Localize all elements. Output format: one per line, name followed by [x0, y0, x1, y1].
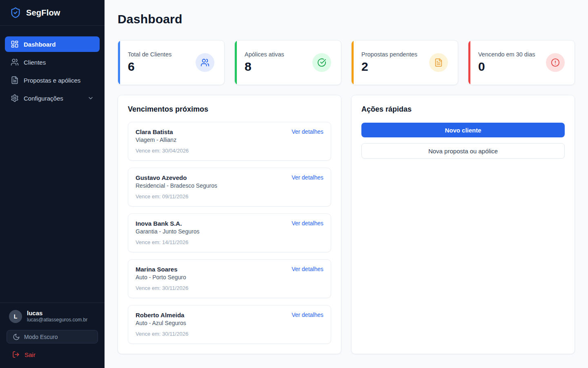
users-icon — [196, 53, 214, 72]
app-logo: SegFlow — [0, 0, 105, 26]
policy-info: Auto - Porto Seguro — [136, 274, 323, 280]
chevron-down-icon — [87, 95, 94, 101]
sidebar-item-clientes[interactable]: Clientes — [5, 54, 100, 70]
stat-card-vencendo-30-dias: Vencendo em 30 dias 0 — [468, 40, 575, 85]
logout-button[interactable]: Sair — [7, 349, 41, 360]
view-details-link[interactable]: Ver detalhes — [292, 174, 323, 181]
sidebar-item-dashboard[interactable]: Dashboard — [5, 36, 100, 52]
view-details-link[interactable]: Ver detalhes — [292, 128, 323, 135]
alert-circle-icon — [546, 53, 565, 72]
sidebar-item-configuracoes[interactable]: Configurações — [5, 90, 100, 106]
upcoming-deadlines-panel: Vencimentos próximos Clara Batista Ver d… — [118, 95, 341, 354]
user-section: L lucas lucas@atlasseguros.com.br Modo E… — [0, 303, 105, 368]
main-content: Dashboard Total de Clientes 6 Apólices a… — [105, 0, 588, 368]
client-name: Inova Bank S.A. — [136, 220, 182, 227]
sidebar-item-label: Propostas e apólices — [24, 77, 94, 84]
due-date: Vence em: 30/04/2026 — [136, 148, 323, 154]
content-columns: Vencimentos próximos Clara Batista Ver d… — [118, 95, 575, 354]
sidebar-item-label: Clientes — [24, 59, 94, 66]
new-client-button[interactable]: Novo cliente — [361, 123, 565, 137]
layout-dashboard-icon — [11, 40, 19, 48]
page-title: Dashboard — [118, 12, 575, 26]
deadline-item: Gustavo Azevedo Ver detalhes Residencial… — [128, 168, 331, 206]
stat-card-total-clientes: Total de Clientes 6 — [118, 40, 225, 85]
stat-card-propostas-pendentes: Propostas pendentes 2 — [351, 40, 458, 85]
due-date: Vence em: 09/11/2026 — [136, 193, 323, 200]
view-details-link[interactable]: Ver detalhes — [292, 312, 323, 318]
stat-card-apolices-ativas: Apólices ativas 8 — [234, 40, 341, 85]
client-name: Roberto Almeida — [136, 312, 184, 319]
dark-mode-toggle[interactable]: Modo Escuro — [7, 330, 98, 343]
logout-icon — [12, 351, 20, 358]
policy-info: Viagem - Allianz — [136, 137, 323, 143]
logout-label: Sair — [24, 351, 36, 358]
check-circle-icon — [312, 53, 331, 72]
gear-icon — [11, 94, 19, 102]
due-date: Vence em: 30/11/2026 — [136, 331, 323, 337]
file-text-icon — [429, 53, 448, 72]
sidebar-item-label: Configurações — [24, 95, 82, 102]
sidebar: SegFlow Dashboard Clientes — [0, 0, 105, 368]
users-icon — [11, 58, 19, 66]
client-name: Gustavo Azevedo — [136, 174, 187, 181]
policy-info: Garantia - Junto Seguros — [136, 228, 323, 235]
view-details-link[interactable]: Ver detalhes — [292, 220, 323, 227]
avatar: L — [9, 310, 22, 323]
sidebar-item-propostas-apolices[interactable]: Propostas e apólices — [5, 72, 100, 88]
quick-actions-title: Ações rápidas — [361, 105, 565, 114]
deadline-item: Roberto Almeida Ver detalhes Auto - Azul… — [128, 305, 331, 344]
new-proposal-button[interactable]: Nova proposta ou apólice — [361, 143, 565, 159]
user-info: L lucas lucas@atlasseguros.com.br — [7, 310, 98, 323]
deadline-item: Inova Bank S.A. Ver detalhes Garantia - … — [128, 213, 331, 252]
user-email: lucas@atlasseguros.com.br — [27, 317, 87, 323]
policy-info: Auto - Azul Seguros — [136, 320, 323, 326]
due-date: Vence em: 30/11/2026 — [136, 285, 323, 291]
due-date: Vence em: 14/11/2026 — [136, 239, 323, 245]
client-name: Clara Batista — [136, 128, 173, 135]
user-name: lucas — [27, 310, 87, 317]
deadline-item: Clara Batista Ver detalhes Viagem - Alli… — [128, 122, 331, 161]
client-name: Marina Soares — [136, 266, 178, 273]
dark-mode-label: Modo Escuro — [24, 334, 58, 340]
sidebar-item-label: Dashboard — [24, 41, 94, 48]
moon-icon — [13, 333, 20, 341]
shield-check-icon — [10, 7, 21, 18]
stats-row: Total de Clientes 6 Apólices ativas 8 Pr… — [118, 40, 575, 85]
app-name: SegFlow — [26, 8, 60, 18]
deadline-list: Clara Batista Ver detalhes Viagem - Alli… — [128, 122, 331, 344]
sidebar-nav: Dashboard Clientes Propostas e apólices — [0, 26, 105, 113]
quick-actions-panel: Ações rápidas Novo cliente Nova proposta… — [351, 95, 575, 354]
view-details-link[interactable]: Ver detalhes — [292, 266, 323, 272]
deadline-item: Marina Soares Ver detalhes Auto - Porto … — [128, 259, 331, 298]
deadlines-title: Vencimentos próximos — [128, 105, 331, 114]
file-text-icon — [11, 76, 19, 84]
policy-info: Residencial - Bradesco Seguros — [136, 182, 323, 189]
